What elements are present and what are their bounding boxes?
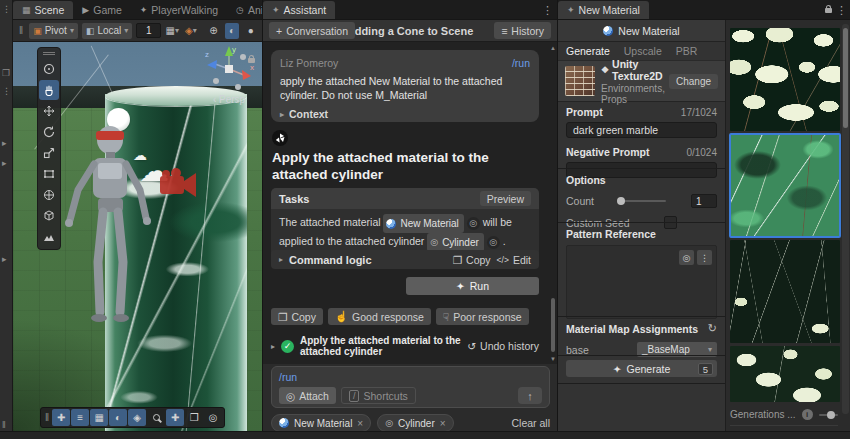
overlay-drag-handle[interactable] <box>43 52 55 55</box>
new-conversation-button[interactable]: + Conversation <box>269 22 355 39</box>
snap-increment-dropdown[interactable]: ◈ ▾ <box>184 23 199 39</box>
drag-handle-icon[interactable]: ‖ <box>17 25 25 36</box>
search-overlay-button[interactable] <box>147 409 165 426</box>
terrain-tool[interactable] <box>39 227 59 247</box>
command-logic-row[interactable]: ▸ Command logic ❐ Copy </> Edit <box>271 250 539 269</box>
transform-tool[interactable] <box>39 185 59 205</box>
tab-game[interactable]: ▶ Game <box>73 1 131 19</box>
clear-all-button[interactable]: Clear all <box>511 417 550 429</box>
lock-icon[interactable] <box>825 8 832 13</box>
tab-new-material[interactable]: ✦ New Material <box>558 1 649 19</box>
generation-thumbnail-1[interactable] <box>730 28 840 131</box>
undo-history-button[interactable]: ↺ Undo history <box>467 340 539 352</box>
expand-icon[interactable]: ▸ <box>2 138 7 148</box>
scroll-down-icon[interactable]: ▼ <box>550 356 556 362</box>
expand-icon[interactable]: ▸ <box>2 254 7 264</box>
move-overlay-button[interactable]: ✚ <box>52 409 70 426</box>
slider-thumb[interactable] <box>827 411 835 419</box>
generate-button[interactable]: ✦ Generate 5 <box>566 360 717 377</box>
grid-size-field[interactable]: 1 <box>136 23 161 38</box>
copy-response-button[interactable]: ❐ Copy <box>271 308 323 325</box>
chat-scrollbar[interactable] <box>551 298 555 352</box>
window-icon[interactable]: ❐ <box>2 68 10 78</box>
scene-viewport[interactable]: ☁ ☁ <box>13 42 262 431</box>
kebab-icon[interactable]: ⋮ <box>697 250 712 265</box>
camera-gizmo-icon[interactable] <box>156 166 198 204</box>
orientation-gizmo[interactable]: y x z <box>203 43 255 95</box>
tab-upscale[interactable]: Upscale <box>624 45 662 57</box>
drag-handle-icon[interactable]: ‖ <box>2 420 6 430</box>
light-overlay-button[interactable]: ◐ <box>109 409 127 426</box>
robot-character[interactable] <box>60 122 155 327</box>
rotate-tool[interactable] <box>39 122 59 142</box>
conversation-area[interactable]: Liz Pomeroy /run apply the attached New … <box>263 42 557 364</box>
good-response-button[interactable]: ☝ Good response <box>328 308 431 325</box>
object-picker-icon[interactable]: ◎ <box>487 236 500 249</box>
tab-scene[interactable]: ▦ Scene <box>13 1 73 19</box>
generation-thumbnail-2-selected[interactable] <box>730 134 840 237</box>
composer-command-text[interactable]: /run <box>279 371 542 383</box>
slider-thumb[interactable] <box>617 197 625 205</box>
perspective-label[interactable]: ‹ Persp <box>199 94 259 105</box>
scroll-up-icon[interactable]: ▲ <box>550 45 556 51</box>
drag-handle-icon[interactable]: ‖ <box>43 412 51 423</box>
thumbnails-scrollbar[interactable] <box>842 24 849 414</box>
kebab-icon[interactable]: ⋮ <box>538 4 557 17</box>
rect-tool[interactable] <box>39 164 59 184</box>
context-expander[interactable]: ▸ Context <box>280 108 530 120</box>
pivot-dropdown[interactable]: ▣ Pivot ▾ <box>29 23 78 39</box>
preview-button[interactable]: Preview <box>480 191 531 206</box>
local-dropdown[interactable]: ◧ Local ▾ <box>82 23 132 39</box>
kebab-icon[interactable]: ⋮ <box>2 4 11 14</box>
history-button[interactable]: ≡ History <box>494 22 551 39</box>
tab-generate[interactable]: Generate <box>566 45 610 57</box>
generation-thumbnail-4[interactable] <box>730 346 840 402</box>
layers-overlay-button[interactable]: ◈ <box>128 409 146 426</box>
change-model-button[interactable]: Change <box>669 74 718 89</box>
scene-lighting-toggle[interactable]: ◐ <box>225 23 240 39</box>
expand-icon[interactable]: ▸ <box>2 158 7 168</box>
kebab-icon[interactable]: ⋮ <box>832 4 850 17</box>
generation-thumbnail-3[interactable] <box>730 240 840 343</box>
pattern-reference-dropzone[interactable]: ◎ ⋮ <box>566 245 717 319</box>
composer-card[interactable]: /run ◎ Attach / Shortcuts ↑ <box>271 366 550 408</box>
close-icon[interactable]: × <box>440 418 446 429</box>
move-tool[interactable] <box>39 101 59 121</box>
view-tool[interactable] <box>39 59 59 79</box>
prefab-overlay-button[interactable]: ❐ <box>185 409 203 426</box>
custom-tool[interactable] <box>39 206 59 226</box>
hand-tool[interactable] <box>39 80 59 100</box>
lock-icon[interactable] <box>248 58 255 63</box>
close-icon[interactable]: × <box>357 418 363 429</box>
attachment-chip-material[interactable]: New Material × <box>271 414 371 432</box>
copy-code-button[interactable]: ❐ Copy <box>453 254 491 266</box>
object-picker-icon[interactable]: ◎ <box>467 217 480 230</box>
tab-playerwalking[interactable]: ✦ PlayerWalking <box>131 1 227 19</box>
tab-pbr[interactable]: PBR <box>676 45 698 57</box>
info-icon[interactable]: i <box>802 409 813 420</box>
scrollbar-thumb[interactable] <box>843 28 848 128</box>
poor-response-button[interactable]: ☟ Poor response <box>436 308 529 325</box>
edit-code-button[interactable]: </> Edit <box>497 254 531 266</box>
send-button[interactable]: ↑ <box>518 387 542 404</box>
shortcuts-button[interactable]: / Shortcuts <box>341 387 416 404</box>
kebab-icon[interactable]: ⋮ <box>2 86 11 96</box>
scale-tool[interactable] <box>39 143 59 163</box>
attach-button[interactable]: ◎ Attach <box>279 387 336 404</box>
grid-snap-dropdown[interactable]: ▦ ▾ <box>165 23 180 39</box>
scene-audio-toggle[interactable]: ● <box>243 23 258 39</box>
prompt-input[interactable]: dark green marble <box>566 122 717 138</box>
object-picker-icon[interactable]: ◎ <box>679 250 694 265</box>
run-button[interactable]: ✦ Run <box>406 277 539 295</box>
thumbnail-size-slider[interactable] <box>819 414 838 416</box>
compass-overlay-button[interactable]: ◎ <box>204 409 222 426</box>
list-overlay-button[interactable]: ≡ <box>71 409 89 426</box>
count-slider[interactable] <box>620 200 666 202</box>
gizmos-toggle[interactable]: ⊕ <box>206 23 221 39</box>
count-value-field[interactable]: 1 <box>691 194 717 208</box>
refresh-icon[interactable]: ↻ <box>708 322 717 335</box>
transform-overlay-button[interactable]: ✚ <box>166 409 184 426</box>
tab-assistant[interactable]: ✦ Assistant <box>263 1 335 19</box>
executed-task-row[interactable]: ▸ ✓ Apply the attached material to the a… <box>271 335 539 357</box>
material-chip[interactable]: New Material <box>383 214 463 233</box>
